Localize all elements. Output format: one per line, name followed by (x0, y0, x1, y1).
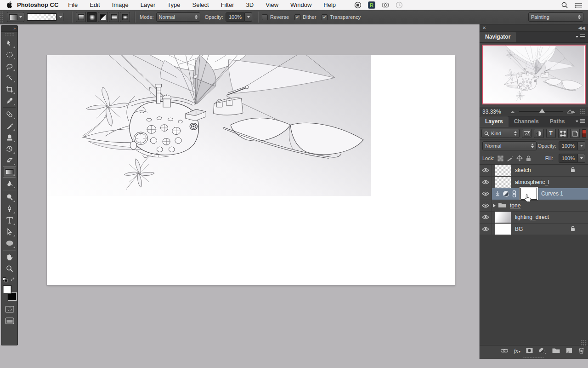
gradient-style-diamond-button[interactable] (120, 12, 130, 22)
time-machine-icon[interactable] (392, 0, 406, 10)
layer-name[interactable]: sketch (515, 167, 531, 173)
magic-wand-tool[interactable] (3, 72, 16, 83)
new-group-icon[interactable] (552, 348, 560, 354)
opacity-combo[interactable]: 100% (226, 12, 252, 22)
layer-name[interactable]: atmospheric_l (515, 179, 549, 185)
reverse-checkbox[interactable]: Reverse (262, 14, 289, 20)
eyedropper-tool[interactable] (3, 95, 16, 106)
filter-adjustment-layers-icon[interactable] (534, 129, 543, 138)
screen-mode-button[interactable] (3, 315, 16, 327)
tools-grip[interactable] (5, 33, 14, 36)
layer-thumbnail[interactable] (495, 211, 511, 223)
dock-resize-grip[interactable] (523, 357, 544, 359)
layer-name[interactable]: lighting_direct (515, 214, 549, 220)
navigator-zoom-slider[interactable] (519, 111, 563, 112)
menu-layer[interactable]: Layer (135, 0, 162, 10)
filter-smart-objects-icon[interactable] (570, 129, 580, 138)
visibility-eye-icon[interactable] (480, 188, 492, 200)
quick-mask-button[interactable] (3, 304, 16, 315)
gradient-editor[interactable] (27, 13, 63, 21)
mask-link-icon[interactable] (512, 190, 516, 197)
new-adjustment-layer-icon[interactable] (539, 348, 546, 355)
layer-thumbnail[interactable] (495, 165, 511, 176)
app-name[interactable]: Photoshop CC (17, 1, 58, 8)
layer-fill-combo[interactable]: 100% (559, 154, 585, 163)
layer-name[interactable]: Curves 1 (541, 190, 563, 197)
lock-pixels-icon[interactable] (507, 155, 513, 161)
layer-row-curves1[interactable]: Curves 1 (480, 188, 588, 200)
zoom-tool[interactable] (3, 263, 16, 274)
foreground-color-swatch[interactable] (3, 285, 11, 294)
tab-paths[interactable]: Paths (544, 116, 571, 127)
menu-image[interactable]: Image (106, 0, 135, 10)
visibility-eye-icon[interactable] (480, 177, 492, 188)
lock-all-icon[interactable] (526, 155, 531, 161)
visibility-eye-icon[interactable] (480, 212, 492, 223)
lock-position-icon[interactable] (516, 155, 523, 161)
layer-opacity-combo[interactable]: 100% (559, 141, 585, 150)
marquee-tool[interactable] (3, 49, 16, 60)
zoom-slider-thumb[interactable] (539, 109, 545, 113)
tool-preset-picker[interactable] (7, 12, 24, 22)
filter-shape-layers-icon[interactable] (558, 129, 568, 138)
visibility-eye-icon[interactable] (480, 224, 492, 235)
menu-3d[interactable]: 3D (240, 0, 260, 10)
layer-name[interactable]: tone (510, 202, 520, 209)
pen-tool[interactable] (3, 203, 16, 214)
panel-corner-grip[interactable] (581, 340, 587, 346)
transparency-checkbox[interactable]: ✓ Transparency (322, 14, 361, 20)
blend-mode-select[interactable]: Normal (156, 12, 200, 22)
layer-blend-mode-select[interactable]: Normal (482, 141, 537, 150)
layer-style-fx-icon[interactable]: fx▾ (514, 347, 520, 355)
default-colors-icon[interactable] (3, 276, 8, 284)
direct-selection-tool[interactable] (3, 226, 16, 237)
crop-tool[interactable] (3, 83, 16, 95)
screen-record-icon[interactable] (351, 0, 365, 10)
lasso-tool[interactable] (3, 60, 16, 72)
gradient-preview[interactable] (27, 13, 57, 21)
move-tool[interactable] (3, 37, 16, 49)
menu-file[interactable]: File (62, 0, 84, 10)
gradient-style-radial-button[interactable] (87, 12, 97, 22)
gradient-style-reflected-button[interactable] (109, 12, 119, 22)
delete-layer-icon[interactable] (578, 347, 584, 355)
navigator-panel-menu-icon[interactable] (574, 34, 585, 39)
menu-type[interactable]: Type (161, 0, 186, 10)
layer-row-bg[interactable]: BG (480, 224, 588, 236)
layer-name[interactable]: BG (515, 226, 523, 232)
workspace-switcher[interactable]: Painting (528, 12, 583, 22)
history-brush-tool[interactable] (3, 143, 16, 155)
smudge-tool[interactable] (3, 178, 16, 189)
menu-view[interactable]: View (260, 0, 284, 10)
tab-layers[interactable]: Layers (480, 116, 509, 127)
menu-select[interactable]: Select (186, 0, 215, 10)
healing-brush-tool[interactable] (3, 109, 16, 120)
layer-row-lighting-direct[interactable]: lighting_direct (480, 212, 588, 224)
filter-kind-select[interactable]: Kind (481, 129, 520, 138)
zoom-level-value[interactable]: 33.33% (482, 109, 506, 115)
tab-navigator[interactable]: Navigator (480, 32, 516, 42)
layer-row-atmospheric[interactable]: atmospheric_l (480, 177, 588, 189)
document-canvas[interactable] (47, 55, 455, 285)
r-app-icon[interactable]: R (365, 0, 379, 10)
notification-center-icon[interactable] (571, 0, 585, 10)
tab-channels[interactable]: Channels (509, 116, 544, 127)
swap-colors-icon[interactable] (11, 276, 16, 284)
filtering-toggle[interactable] (582, 129, 586, 138)
visibility-eye-icon[interactable] (480, 165, 492, 176)
apple-menu-icon[interactable] (6, 1, 12, 8)
navigator-resize-grip[interactable] (580, 109, 585, 115)
filter-pixel-layers-icon[interactable] (522, 129, 531, 138)
menu-edit[interactable]: Edit (84, 0, 106, 10)
gradient-style-linear-button[interactable] (76, 12, 86, 22)
type-tool[interactable] (3, 214, 16, 226)
options-bar-grip[interactable] (0, 11, 4, 23)
creative-cloud-icon[interactable] (379, 0, 392, 10)
new-layer-icon[interactable] (566, 348, 572, 355)
lock-transparency-icon[interactable] (498, 155, 503, 161)
brush-tool[interactable] (3, 120, 16, 132)
adjustment-layer-icon[interactable] (503, 190, 509, 197)
gradient-tool[interactable] (3, 166, 16, 178)
eraser-tool[interactable] (3, 155, 16, 166)
navigator-proxy-view[interactable] (482, 45, 586, 104)
